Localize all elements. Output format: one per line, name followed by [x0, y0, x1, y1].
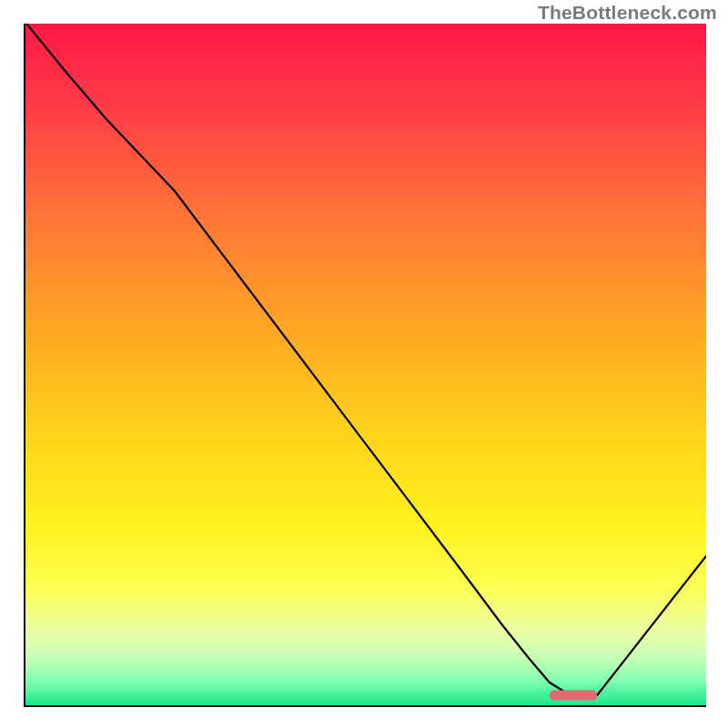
- optimal-marker: [550, 691, 597, 701]
- chart-container: TheBottleneck.com: [0, 0, 728, 728]
- watermark-text: TheBottleneck.com: [538, 2, 717, 24]
- chart-plot: [22, 24, 706, 708]
- gradient-background: [25, 24, 706, 705]
